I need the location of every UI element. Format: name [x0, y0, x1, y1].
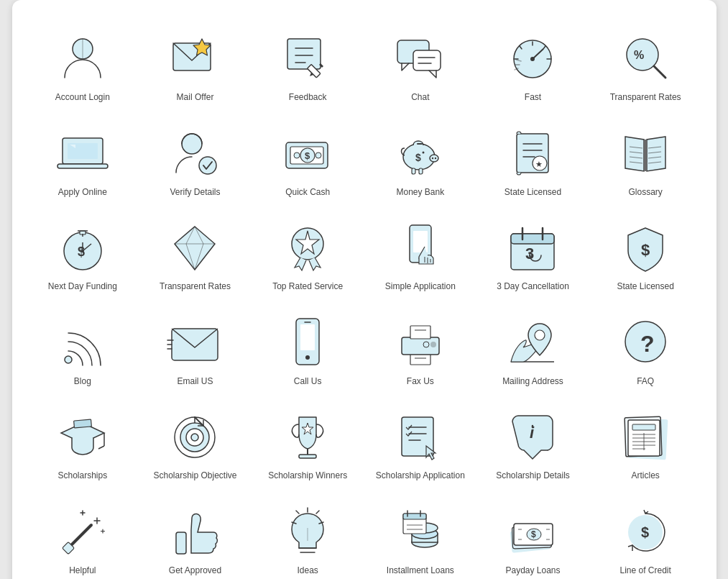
svg-text:$: $: [531, 529, 536, 539]
chat-icon: [392, 29, 449, 86]
svg-point-120: [535, 330, 545, 340]
svg-text:$: $: [641, 241, 650, 259]
blog-icon: [54, 313, 111, 370]
transparent-rates-2-icon: [166, 218, 224, 275]
transparent-rates-1-label: Transparent Rates: [610, 92, 681, 104]
icon-item-scholarship-details: i Scholarship Details: [476, 400, 589, 488]
svg-point-78: [81, 250, 84, 252]
svg-text:$: $: [641, 524, 649, 540]
email-us-icon: [166, 313, 224, 370]
icon-item-blog: Blog: [27, 306, 139, 393]
state-licensed-1-label: State Licensed: [504, 187, 561, 199]
payday-loans-label: Payday Loans: [505, 565, 560, 577]
svg-point-44: [315, 152, 321, 158]
svg-point-25: [530, 57, 535, 61]
icon-item-next-day-funding: $ Next Day Funding: [27, 211, 139, 298]
next-day-funding-label: Next Day Funding: [48, 281, 117, 293]
call-us-label: Call Us: [294, 376, 322, 388]
svg-point-109: [305, 355, 310, 360]
svg-text:$: $: [305, 150, 310, 161]
ideas-label: Ideas: [297, 565, 318, 577]
icon-item-feedback: Feedback: [252, 22, 364, 109]
scholarship-objective-icon: [166, 407, 224, 465]
svg-text:%: %: [634, 49, 644, 61]
scholarship-details-label: Scholarship Details: [496, 470, 570, 482]
email-us-label: Email US: [177, 376, 213, 388]
money-bank-label: Money Bank: [396, 187, 444, 199]
fax-us-icon: [392, 313, 449, 370]
fast-icon: [504, 29, 561, 86]
icon-item-transparent-rates-1: % Transparent Rates: [589, 22, 702, 109]
icon-item-scholarship-application: Scholarship Application: [364, 400, 477, 488]
svg-point-46: [430, 155, 438, 162]
svg-marker-79: [175, 227, 215, 270]
icon-showcase-card: Account Login Mail Offer: [12, 0, 717, 579]
fax-us-label: Fax Us: [407, 376, 434, 388]
icon-item-ideas: Ideas: [252, 495, 364, 579]
icon-item-fast: Fast: [476, 22, 589, 109]
helpful-label: Helpful: [69, 565, 96, 577]
line-of-credit-label: Line of Credit: [619, 565, 671, 577]
svg-rect-108: [300, 324, 315, 350]
line-of-credit-icon: $: [617, 502, 674, 560]
svg-point-119: [423, 342, 429, 347]
icon-item-simple-application: Simple Application: [364, 211, 477, 298]
blog-label: Blog: [74, 376, 91, 388]
icon-item-3-day-cancellation: 3 3 Day Cancellation: [476, 211, 589, 298]
icon-item-chat: Chat: [364, 22, 477, 109]
top-rated-service-icon: [279, 218, 336, 275]
glossary-label: Glossary: [628, 187, 662, 199]
icon-item-helpful: Helpful: [27, 495, 139, 579]
icon-item-money-bank: $ Money Bank: [364, 117, 477, 204]
svg-point-49: [422, 151, 424, 153]
icon-item-faq: ? FAQ: [589, 306, 702, 393]
icon-item-mail-offer: Mail Offer: [139, 22, 252, 109]
icon-grid: Account Login Mail Offer: [27, 22, 702, 579]
svg-line-155: [70, 525, 91, 547]
verify-details-icon: [166, 124, 224, 181]
icon-item-payday-loans: $ Payday Loans: [476, 495, 589, 579]
top-rated-service-label: Top Rated Service: [272, 281, 343, 293]
svg-rect-51: [412, 168, 415, 174]
chat-label: Chat: [411, 92, 429, 104]
icon-item-articles: Articles: [589, 400, 702, 488]
svg-text:$: $: [415, 152, 421, 163]
icon-item-account-login: Account Login: [27, 22, 139, 109]
svg-rect-6: [287, 39, 321, 69]
mail-offer-icon: [166, 29, 224, 86]
articles-icon: [617, 407, 674, 465]
money-bank-icon: $: [392, 124, 449, 181]
3-day-cancellation-label: 3 Day Cancellation: [497, 281, 569, 293]
3-day-cancellation-icon: 3: [504, 218, 561, 275]
svg-rect-163: [176, 532, 186, 554]
scholarships-icon: [54, 407, 111, 465]
helpful-icon: [54, 502, 111, 560]
account-login-icon: [54, 29, 111, 86]
svg-rect-179: [403, 514, 426, 519]
svg-line-168: [316, 511, 319, 514]
feedback-label: Feedback: [289, 92, 327, 104]
icon-item-scholarship-winners: Scholarship Winners: [252, 400, 364, 488]
verify-details-label: Verify Details: [170, 187, 220, 199]
svg-point-100: [65, 356, 72, 363]
mail-offer-label: Mail Offer: [177, 92, 214, 104]
state-licensed-2-label: State Licensed: [617, 281, 673, 293]
scholarship-application-icon: [392, 407, 449, 465]
faq-icon: ?: [617, 313, 674, 370]
svg-rect-33: [57, 164, 108, 168]
scholarship-details-icon: i: [504, 407, 561, 465]
svg-point-131: [191, 434, 198, 441]
svg-rect-95: [511, 234, 554, 244]
svg-point-118: [430, 342, 436, 347]
mailing-address-label: Mailing Address: [502, 376, 563, 388]
transparent-rates-1-icon: %: [617, 29, 674, 86]
icon-item-quick-cash: $ Quick Cash: [252, 117, 364, 204]
icon-item-installment-loans: $ Installment Loans: [364, 495, 477, 579]
installment-loans-label: Installment Loans: [387, 565, 454, 577]
account-login-label: Account Login: [55, 92, 110, 104]
svg-text:?: ?: [640, 331, 655, 357]
scholarship-winners-icon: [279, 407, 336, 465]
icon-item-email-us: Email US: [139, 306, 252, 393]
icon-item-glossary: Glossary: [589, 117, 702, 204]
icon-item-state-licensed-1: ★ State Licensed: [476, 117, 589, 204]
